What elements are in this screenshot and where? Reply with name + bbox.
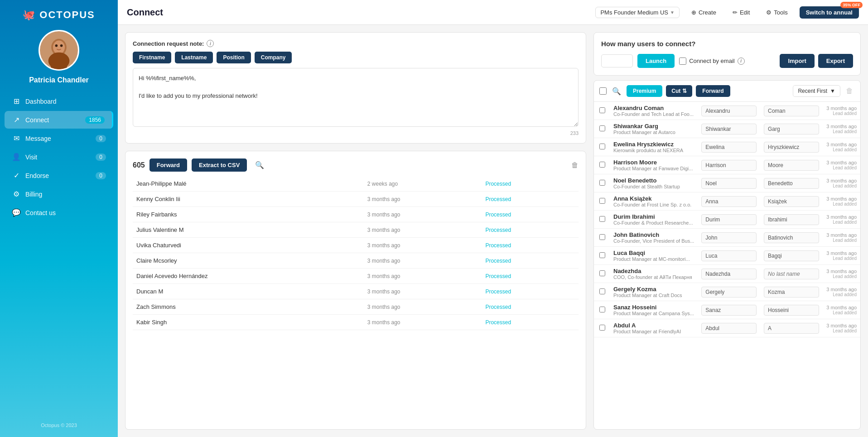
lead-checkbox[interactable] <box>599 325 605 331</box>
sidebar-item-endorse[interactable]: ✓ Endorse 0 <box>5 167 113 184</box>
queue-name: Zach Simmons <box>133 299 364 315</box>
queue-table-row: Duncan M 3 months ago Processed <box>133 284 579 299</box>
connect-email-info-icon[interactable]: i <box>738 58 745 65</box>
lead-last-name-input[interactable] <box>764 232 819 243</box>
edit-icon: ✏ <box>733 9 738 16</box>
queue-name: Riley Fairbanks <box>133 207 364 222</box>
sidebar-item-connect[interactable]: ↗ Connect 1856 <box>5 111 113 129</box>
connect-count-input[interactable] <box>601 54 633 67</box>
tools-button[interactable]: ⚙ Tools <box>762 7 792 18</box>
sidebar-item-dashboard[interactable]: ⊞ Dashboard <box>5 92 113 110</box>
lead-first-name-input[interactable] <box>701 178 757 189</box>
lead-last-name-input[interactable] <box>764 269 819 279</box>
lead-checkbox[interactable] <box>599 307 605 312</box>
lead-checkbox[interactable] <box>599 107 605 113</box>
lead-first-name-input[interactable] <box>701 142 757 153</box>
position-tag-button[interactable]: Position <box>217 52 251 63</box>
sidebar-item-visit[interactable]: 👤 Visit 0 <box>5 148 113 166</box>
connect-by-email-checkbox[interactable] <box>679 58 686 65</box>
message-badge: 0 <box>96 135 106 142</box>
connect-email-row: Connect by email i <box>679 58 744 65</box>
lead-last-name-input[interactable] <box>764 250 819 261</box>
lead-last-name-cell <box>760 156 823 174</box>
sidebar-item-contact[interactable]: 💬 Contact us <box>5 204 113 221</box>
sidebar-item-billing[interactable]: ⚙ Billing <box>5 185 113 203</box>
lead-first-name-input[interactable] <box>701 287 757 298</box>
company-tag-button[interactable]: Company <box>255 52 292 63</box>
queue-status: Processed <box>482 315 579 330</box>
premium-filter-button[interactable]: Premium <box>627 85 662 97</box>
lead-last-name-input[interactable] <box>764 178 819 189</box>
lead-checkbox[interactable] <box>599 270 605 276</box>
lead-checkbox[interactable] <box>599 288 605 294</box>
lead-first-name-input[interactable] <box>701 250 757 261</box>
switch-annual-button[interactable]: 35% OFF Switch to annual <box>800 6 859 19</box>
lead-last-name-input[interactable] <box>764 323 819 334</box>
create-button[interactable]: ⊕ Create <box>687 7 721 18</box>
lead-last-name-input[interactable] <box>764 214 819 225</box>
avatar <box>39 30 79 71</box>
lead-checkbox[interactable] <box>599 252 605 258</box>
lead-time-cell: 3 months ago Lead added <box>823 138 860 156</box>
lead-first-name-input[interactable] <box>701 232 757 243</box>
sidebar-footer: Octopus © 2023 <box>41 423 77 432</box>
lead-time-cell: 3 months ago Lead added <box>823 156 860 174</box>
leads-forward-button[interactable]: Forward <box>696 85 730 97</box>
lead-name: Luca Baqqi <box>613 250 694 256</box>
lead-subtitle: Product Manager at MC-monitori... <box>613 256 694 262</box>
queue-table-row: Daniel Acevedo Hernández 3 months ago Pr… <box>133 269 579 284</box>
leads-select-all-checkbox[interactable] <box>599 87 607 95</box>
lead-name: Harrison Moore <box>613 159 694 166</box>
lead-last-name-input[interactable] <box>764 106 819 116</box>
lead-last-name-input[interactable] <box>764 287 819 298</box>
forward-button[interactable]: Forward <box>149 158 187 172</box>
lead-added-label: Lead added <box>826 129 857 134</box>
lead-first-name-input[interactable] <box>701 323 757 334</box>
plan-selector[interactable]: PMs Founder Medium US ▼ <box>595 7 679 18</box>
edit-button[interactable]: ✏ Edit <box>728 7 754 18</box>
lead-checkbox[interactable] <box>599 180 605 186</box>
page-title: Connect <box>127 7 588 18</box>
firstname-tag-button[interactable]: Firstname <box>133 52 171 63</box>
lead-last-name-input[interactable] <box>764 305 819 316</box>
import-button[interactable]: Import <box>780 54 814 68</box>
lead-first-name-input[interactable] <box>701 160 757 171</box>
lead-checkbox[interactable] <box>599 216 605 222</box>
lead-first-name-input[interactable] <box>701 214 757 225</box>
lead-first-name-input[interactable] <box>701 305 757 316</box>
cut-button[interactable]: Cut ⇅ <box>666 85 692 97</box>
queue-table-row: Zach Simmons 3 months ago Processed <box>133 299 579 315</box>
lead-checkbox[interactable] <box>599 125 605 131</box>
export-button[interactable]: Export <box>818 54 853 68</box>
lead-checkbox[interactable] <box>599 144 605 149</box>
lead-row: Gergely Kozma Product Manager at Craft D… <box>594 283 860 301</box>
lead-checkbox[interactable] <box>599 198 605 204</box>
sidebar-item-message[interactable]: ✉ Message 0 <box>5 130 113 147</box>
dashboard-icon: ⊞ <box>12 97 21 106</box>
lastname-tag-button[interactable]: Lastname <box>175 52 213 63</box>
queue-search-button[interactable]: 🔍 <box>251 159 268 171</box>
right-panel: How many users to connect? Launch Connec… <box>593 32 861 430</box>
leads-trash-icon[interactable]: 🗑 <box>844 87 855 95</box>
sort-dropdown[interactable]: Recent First ▼ <box>793 85 840 97</box>
lead-checkbox[interactable] <box>599 162 605 168</box>
extract-csv-button[interactable]: Extract to CSV <box>192 158 247 172</box>
lead-first-name-input[interactable] <box>701 106 757 116</box>
lead-last-name-input[interactable] <box>764 196 819 207</box>
visit-badge: 0 <box>96 154 106 161</box>
launch-button[interactable]: Launch <box>637 54 675 68</box>
lead-first-name-input[interactable] <box>701 269 757 279</box>
lead-last-name-input[interactable] <box>764 142 819 153</box>
lead-last-name-input[interactable] <box>764 124 819 134</box>
lead-first-name-input[interactable] <box>701 196 757 207</box>
info-icon[interactable]: i <box>207 40 214 47</box>
lead-added-label: Lead added <box>826 183 857 188</box>
sidebar-item-label: Contact us <box>25 209 56 216</box>
leads-search-icon[interactable]: 🔍 <box>610 87 623 96</box>
lead-first-name-input[interactable] <box>701 124 757 134</box>
queue-trash-button[interactable]: 🗑 <box>571 161 579 169</box>
lead-last-name-input[interactable] <box>764 160 819 171</box>
note-textarea[interactable]: Hi %%first_name%%, I'd like to add you t… <box>133 68 579 127</box>
lead-first-name-cell <box>698 120 760 138</box>
lead-checkbox[interactable] <box>599 234 605 240</box>
